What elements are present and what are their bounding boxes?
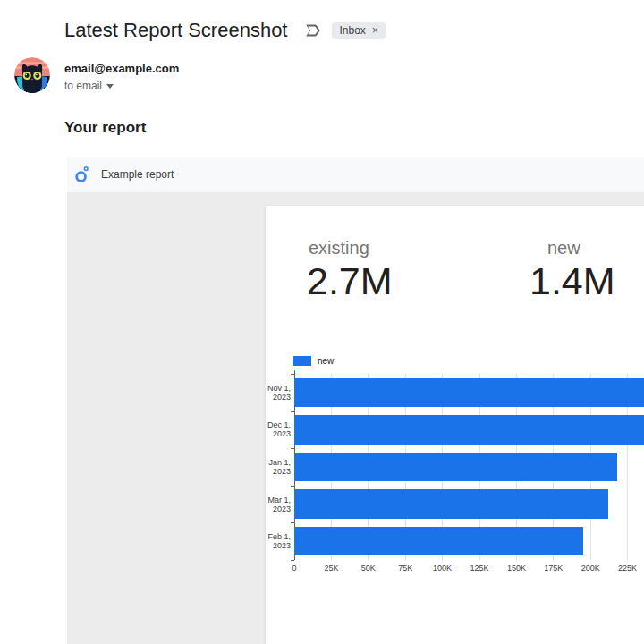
chart-axis-tick <box>291 522 294 523</box>
sender-avatar[interactable] <box>14 57 50 93</box>
chart-x-label: 0 <box>292 564 296 572</box>
inbox-label-text: Inbox <box>339 24 365 37</box>
chart-bar <box>294 453 617 482</box>
email-subject: Latest Report Screenshot <box>64 18 287 43</box>
legend-swatch <box>293 356 311 366</box>
chart-x-label: 25K <box>324 564 338 572</box>
report-header: Example report <box>67 157 644 192</box>
looker-studio-logo-icon <box>74 165 90 183</box>
chart-axis-tick <box>291 560 294 561</box>
report-canvas: existing 2.7M new 1.4M new Nov 1,2023Dec… <box>67 192 644 644</box>
chart-axis-tick <box>291 448 294 449</box>
recipient-text: to email <box>64 80 102 92</box>
chart-x-label: 50K <box>361 564 376 572</box>
chart-bar <box>294 489 608 519</box>
scorecard-existing: existing 2.7M <box>307 236 393 301</box>
scorecard-value: 2.7M <box>307 261 393 301</box>
report-title: Example report <box>101 168 174 181</box>
chart-bar <box>294 415 644 445</box>
chart-y-label: Jan 1,2023 <box>266 448 291 486</box>
chart-x-label: 175K <box>544 564 563 572</box>
chart-x-label: 75K <box>398 564 412 572</box>
chart-x-label: 200K <box>581 564 600 572</box>
recipient-dropdown[interactable]: to email <box>64 80 179 92</box>
report-card: existing 2.7M new 1.4M new Nov 1,2023Dec… <box>266 206 644 644</box>
scorecard-value: 1.4M <box>530 261 615 301</box>
scorecard-label: new <box>547 236 615 259</box>
chart-axis-tick <box>291 411 294 412</box>
chart-x-label: 225K <box>618 564 637 572</box>
chart-bar <box>294 378 644 408</box>
chart-bar <box>294 527 583 556</box>
chart-y-label: Feb 1,2023 <box>266 522 291 560</box>
scorecard-label: existing <box>309 236 393 259</box>
chart-y-label: Nov 1,2023 <box>266 374 291 411</box>
chart-legend: new <box>293 356 334 366</box>
label-important-icon <box>303 21 323 40</box>
email-body-heading: Your report <box>64 119 146 137</box>
chart-axis-tick <box>291 486 294 487</box>
subject-row: Latest Report Screenshot Inbox × <box>64 18 386 43</box>
chart-y-label: Mar 1,2023 <box>266 486 291 523</box>
chart-y-label: Dec 1,2023 <box>266 411 291 449</box>
inbox-label-chip[interactable]: Inbox × <box>332 22 386 39</box>
chart-y-axis-labels: Nov 1,2023Dec 1,2023Jan 1,2023Mar 1,2023… <box>266 374 291 560</box>
chart-x-label: 150K <box>507 564 526 572</box>
remove-label-icon[interactable]: × <box>372 25 379 36</box>
chart-x-label: 100K <box>433 564 452 572</box>
dropdown-caret-icon <box>106 84 114 89</box>
chart-plot <box>294 374 644 560</box>
sender-meta: email@example.com to email <box>64 62 179 92</box>
chart-x-axis-labels: 025K50K75K100K125K150K175K200K225K <box>294 564 644 574</box>
sender-email: email@example.com <box>64 62 179 76</box>
legend-label: new <box>318 356 334 366</box>
chart-x-label: 125K <box>470 564 488 572</box>
scorecard-new: new 1.4M <box>530 236 615 301</box>
report-screenshot: Example report existing 2.7M new 1.4M ne… <box>67 157 644 644</box>
chart-axis-tick <box>291 374 294 375</box>
